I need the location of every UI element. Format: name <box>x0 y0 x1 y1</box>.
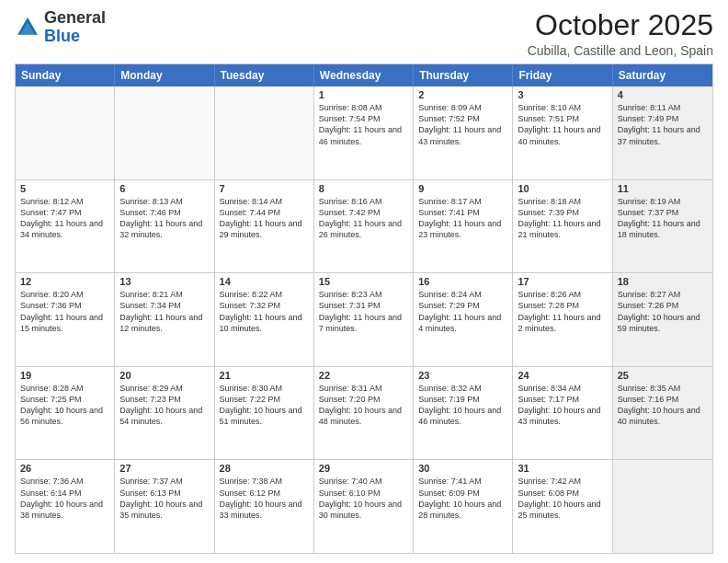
calendar-cell-21: 21Sunrise: 8:30 AM Sunset: 7:22 PM Dayli… <box>215 367 314 460</box>
calendar-row-1: 5Sunrise: 8:12 AM Sunset: 7:47 PM Daylig… <box>16 179 712 273</box>
cell-info: Sunrise: 8:13 AM Sunset: 7:46 PM Dayligh… <box>119 196 209 241</box>
day-number: 20 <box>119 370 209 381</box>
cell-info: Sunrise: 8:35 AM Sunset: 7:16 PM Dayligh… <box>618 383 708 428</box>
calendar-cell-23: 23Sunrise: 8:32 AM Sunset: 7:19 PM Dayli… <box>414 367 513 460</box>
cell-info: Sunrise: 8:10 AM Sunset: 7:51 PM Dayligh… <box>518 102 607 147</box>
day-number: 21 <box>220 370 309 381</box>
cell-info: Sunrise: 8:20 AM Sunset: 7:36 PM Dayligh… <box>20 289 109 334</box>
day-number: 7 <box>220 183 309 194</box>
cell-info: Sunrise: 8:17 AM Sunset: 7:41 PM Dayligh… <box>418 196 507 241</box>
calendar-cell-29: 29Sunrise: 7:40 AM Sunset: 6:10 PM Dayli… <box>314 460 414 553</box>
month-title: October 2025 <box>528 9 713 41</box>
location-title: Cubilla, Castille and Leon, Spain <box>528 43 713 58</box>
cell-info: Sunrise: 8:32 AM Sunset: 7:19 PM Dayligh… <box>418 383 507 428</box>
cell-info: Sunrise: 8:11 AM Sunset: 7:49 PM Dayligh… <box>618 102 708 147</box>
weekday-header-sunday: Sunday <box>16 64 115 86</box>
weekday-header-monday: Monday <box>115 64 214 86</box>
calendar-cell-16: 16Sunrise: 8:24 AM Sunset: 7:29 PM Dayli… <box>414 273 513 366</box>
logo: General Blue <box>15 9 106 46</box>
day-number: 10 <box>518 183 607 194</box>
calendar-header: SundayMondayTuesdayWednesdayThursdayFrid… <box>16 64 712 86</box>
cell-info: Sunrise: 8:18 AM Sunset: 7:39 PM Dayligh… <box>518 196 607 241</box>
calendar-cell-14: 14Sunrise: 8:22 AM Sunset: 7:32 PM Dayli… <box>215 273 314 366</box>
calendar-cell-empty-0-1 <box>115 86 214 179</box>
cell-info: Sunrise: 7:37 AM Sunset: 6:13 PM Dayligh… <box>119 476 209 521</box>
calendar-cell-empty-0-2 <box>215 86 314 179</box>
calendar-row-3: 19Sunrise: 8:28 AM Sunset: 7:25 PM Dayli… <box>16 366 712 460</box>
calendar-cell-2: 2Sunrise: 8:09 AM Sunset: 7:52 PM Daylig… <box>414 86 513 179</box>
calendar-cell-7: 7Sunrise: 8:14 AM Sunset: 7:44 PM Daylig… <box>215 180 314 273</box>
logo-blue: Blue <box>44 27 80 45</box>
calendar-cell-22: 22Sunrise: 8:31 AM Sunset: 7:20 PM Dayli… <box>314 367 414 460</box>
calendar-cell-4: 4Sunrise: 8:11 AM Sunset: 7:49 PM Daylig… <box>613 86 712 179</box>
day-number: 11 <box>618 183 708 194</box>
calendar-cell-24: 24Sunrise: 8:34 AM Sunset: 7:17 PM Dayli… <box>513 367 612 460</box>
day-number: 5 <box>20 183 109 194</box>
day-number: 12 <box>20 276 109 287</box>
day-number: 1 <box>319 89 408 100</box>
cell-info: Sunrise: 8:27 AM Sunset: 7:26 PM Dayligh… <box>618 289 708 334</box>
cell-info: Sunrise: 8:26 AM Sunset: 7:28 PM Dayligh… <box>518 289 607 334</box>
day-number: 6 <box>119 183 209 194</box>
cell-info: Sunrise: 8:31 AM Sunset: 7:20 PM Dayligh… <box>319 383 408 428</box>
cell-info: Sunrise: 8:24 AM Sunset: 7:29 PM Dayligh… <box>418 289 507 334</box>
calendar-cell-5: 5Sunrise: 8:12 AM Sunset: 7:47 PM Daylig… <box>16 180 115 273</box>
cell-info: Sunrise: 7:38 AM Sunset: 6:12 PM Dayligh… <box>220 476 309 521</box>
day-number: 31 <box>518 463 607 474</box>
day-number: 18 <box>618 276 708 287</box>
calendar-cell-25: 25Sunrise: 8:35 AM Sunset: 7:16 PM Dayli… <box>613 367 712 460</box>
calendar-cell-28: 28Sunrise: 7:38 AM Sunset: 6:12 PM Dayli… <box>215 460 314 553</box>
calendar-body: 1Sunrise: 8:08 AM Sunset: 7:54 PM Daylig… <box>16 86 712 553</box>
day-number: 26 <box>20 463 109 474</box>
cell-info: Sunrise: 8:34 AM Sunset: 7:17 PM Dayligh… <box>518 383 607 428</box>
day-number: 15 <box>319 276 408 287</box>
title-block: October 2025 Cubilla, Castille and Leon,… <box>528 9 713 58</box>
day-number: 25 <box>618 370 708 381</box>
calendar-cell-10: 10Sunrise: 8:18 AM Sunset: 7:39 PM Dayli… <box>513 180 612 273</box>
day-number: 23 <box>418 370 507 381</box>
calendar-cell-30: 30Sunrise: 7:41 AM Sunset: 6:09 PM Dayli… <box>414 460 513 553</box>
calendar-row-2: 12Sunrise: 8:20 AM Sunset: 7:36 PM Dayli… <box>16 272 712 366</box>
calendar: SundayMondayTuesdayWednesdayThursdayFrid… <box>15 63 713 554</box>
logo-text: General Blue <box>44 9 106 46</box>
calendar-cell-8: 8Sunrise: 8:16 AM Sunset: 7:42 PM Daylig… <box>314 180 414 273</box>
calendar-cell-20: 20Sunrise: 8:29 AM Sunset: 7:23 PM Dayli… <box>115 367 214 460</box>
cell-info: Sunrise: 8:22 AM Sunset: 7:32 PM Dayligh… <box>220 289 309 334</box>
day-number: 4 <box>618 89 708 100</box>
cell-info: Sunrise: 8:12 AM Sunset: 7:47 PM Dayligh… <box>20 196 109 241</box>
calendar-cell-15: 15Sunrise: 8:23 AM Sunset: 7:31 PM Dayli… <box>314 273 414 366</box>
day-number: 28 <box>220 463 309 474</box>
day-number: 14 <box>220 276 309 287</box>
cell-info: Sunrise: 8:28 AM Sunset: 7:25 PM Dayligh… <box>20 383 109 428</box>
cell-info: Sunrise: 8:30 AM Sunset: 7:22 PM Dayligh… <box>220 383 309 428</box>
day-number: 17 <box>518 276 607 287</box>
calendar-cell-17: 17Sunrise: 8:26 AM Sunset: 7:28 PM Dayli… <box>513 273 612 366</box>
day-number: 9 <box>418 183 507 194</box>
day-number: 16 <box>418 276 507 287</box>
page: General Blue October 2025 Cubilla, Casti… <box>0 0 728 563</box>
weekday-header-wednesday: Wednesday <box>314 64 414 86</box>
calendar-cell-empty-0-0 <box>16 86 115 179</box>
calendar-cell-11: 11Sunrise: 8:19 AM Sunset: 7:37 PM Dayli… <box>613 180 712 273</box>
cell-info: Sunrise: 8:08 AM Sunset: 7:54 PM Dayligh… <box>319 102 408 147</box>
cell-info: Sunrise: 8:29 AM Sunset: 7:23 PM Dayligh… <box>119 383 209 428</box>
day-number: 27 <box>119 463 209 474</box>
calendar-cell-19: 19Sunrise: 8:28 AM Sunset: 7:25 PM Dayli… <box>16 367 115 460</box>
cell-info: Sunrise: 8:16 AM Sunset: 7:42 PM Dayligh… <box>319 196 408 241</box>
calendar-cell-empty-4-6 <box>613 460 712 553</box>
calendar-cell-1: 1Sunrise: 8:08 AM Sunset: 7:54 PM Daylig… <box>314 86 414 179</box>
day-number: 2 <box>418 89 507 100</box>
day-number: 30 <box>418 463 507 474</box>
cell-info: Sunrise: 8:19 AM Sunset: 7:37 PM Dayligh… <box>618 196 708 241</box>
cell-info: Sunrise: 7:42 AM Sunset: 6:08 PM Dayligh… <box>518 476 607 521</box>
cell-info: Sunrise: 7:36 AM Sunset: 6:14 PM Dayligh… <box>20 476 109 521</box>
calendar-cell-6: 6Sunrise: 8:13 AM Sunset: 7:46 PM Daylig… <box>115 180 214 273</box>
cell-info: Sunrise: 8:21 AM Sunset: 7:34 PM Dayligh… <box>119 289 209 334</box>
day-number: 22 <box>319 370 408 381</box>
calendar-row-0: 1Sunrise: 8:08 AM Sunset: 7:54 PM Daylig… <box>16 86 712 179</box>
cell-info: Sunrise: 8:23 AM Sunset: 7:31 PM Dayligh… <box>319 289 408 334</box>
weekday-header-saturday: Saturday <box>613 64 712 86</box>
day-number: 24 <box>518 370 607 381</box>
logo-general: General <box>44 8 106 27</box>
calendar-cell-13: 13Sunrise: 8:21 AM Sunset: 7:34 PM Dayli… <box>115 273 214 366</box>
